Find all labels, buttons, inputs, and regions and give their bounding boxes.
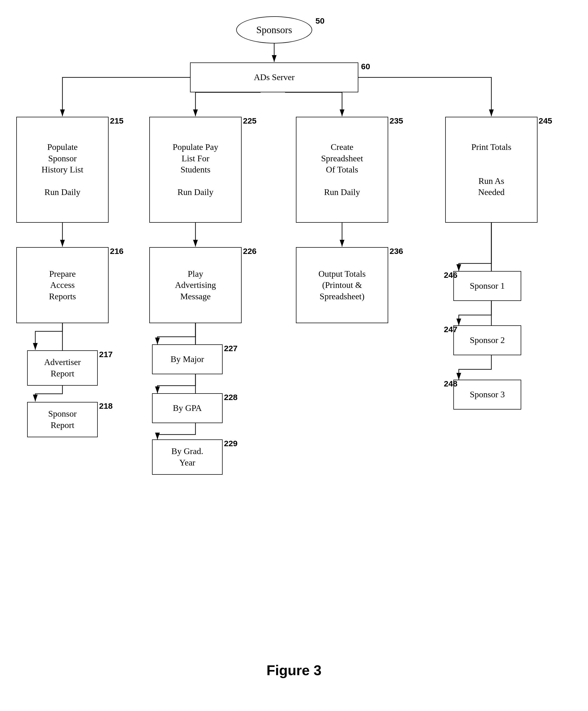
n235-node: CreateSpreadsheetOf TotalsRun Daily xyxy=(296,117,388,223)
n229-label: By Grad.Year xyxy=(171,446,203,468)
n226-label: PlayAdvertisingMessage xyxy=(175,268,216,302)
ads-server-label: ADs Server xyxy=(254,72,295,83)
n235-label: CreateSpreadsheetOf TotalsRun Daily xyxy=(321,142,363,198)
n245-label: Print TotalsRun AsNeeded xyxy=(471,142,511,198)
n236-label: Output Totals(Printout &Spreadsheet) xyxy=(319,268,366,302)
ads-server-node: ADs Server xyxy=(190,62,358,92)
n245-badge: 245 xyxy=(539,116,552,126)
figure-caption: Figure 3 xyxy=(0,662,588,678)
n248-badge: 248 xyxy=(444,379,457,388)
n218-label: SponsorReport xyxy=(48,408,77,431)
n227-label: By Major xyxy=(171,353,204,365)
n216-node: PrepareAccessReports xyxy=(16,247,109,323)
n248-label: Sponsor 3 xyxy=(470,389,505,400)
n217-badge: 217 xyxy=(99,350,113,359)
n247-label: Sponsor 2 xyxy=(470,335,505,346)
n229-badge: 229 xyxy=(224,439,238,448)
n225-node: Populate PayList ForStudentsRun Daily xyxy=(149,117,242,223)
sponsors-badge: 50 xyxy=(315,16,324,25)
n216-badge: 216 xyxy=(110,246,124,256)
n215-badge: 215 xyxy=(110,116,124,126)
n218-node: SponsorReport xyxy=(27,402,98,437)
ads-server-badge: 60 xyxy=(361,62,370,71)
n226-node: PlayAdvertisingMessage xyxy=(149,247,242,323)
n246-label: Sponsor 1 xyxy=(470,280,505,292)
n228-label: By GPA xyxy=(173,403,202,414)
n236-node: Output Totals(Printout &Spreadsheet) xyxy=(296,247,388,323)
n228-node: By GPA xyxy=(152,393,223,423)
n215-node: PopulateSponsorHistory ListRun Daily xyxy=(16,117,109,223)
n247-node: Sponsor 2 xyxy=(453,325,521,355)
n225-badge: 225 xyxy=(243,116,257,126)
sponsors-label: Sponsors xyxy=(256,24,292,36)
n225-label: Populate PayList ForStudentsRun Daily xyxy=(173,142,218,198)
n247-badge: 247 xyxy=(444,325,457,334)
n236-badge: 236 xyxy=(390,246,403,256)
n217-label: AdvertiserReport xyxy=(44,357,81,379)
n227-node: By Major xyxy=(152,344,223,374)
n235-badge: 235 xyxy=(390,116,403,126)
n248-node: Sponsor 3 xyxy=(453,380,521,410)
n245-node: Print TotalsRun AsNeeded xyxy=(445,117,538,223)
sponsors-node: Sponsors xyxy=(236,16,312,43)
n218-badge: 218 xyxy=(99,402,113,411)
n215-label: PopulateSponsorHistory ListRun Daily xyxy=(42,142,83,198)
n226-badge: 226 xyxy=(243,246,257,256)
n217-node: AdvertiserReport xyxy=(27,350,98,386)
n216-label: PrepareAccessReports xyxy=(49,268,76,302)
n229-node: By Grad.Year xyxy=(152,439,223,475)
n246-badge: 246 xyxy=(444,271,457,280)
n246-node: Sponsor 1 xyxy=(453,271,521,301)
diagram: Sponsors 50 ADs Server 60 PopulateSponso… xyxy=(0,0,588,711)
n228-badge: 228 xyxy=(224,393,238,402)
n227-badge: 227 xyxy=(224,344,238,353)
